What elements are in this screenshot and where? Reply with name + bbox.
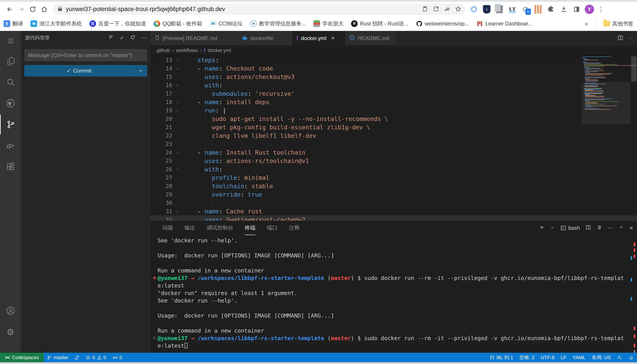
branch-indicator[interactable]: master bbox=[44, 353, 72, 362]
commit-message-input[interactable] bbox=[24, 49, 147, 61]
shell-selector[interactable]: bash bbox=[560, 225, 580, 231]
sync-indicator[interactable] bbox=[72, 353, 83, 362]
reload-button[interactable] bbox=[27, 4, 39, 15]
lock-icon[interactable] bbox=[57, 6, 63, 12]
settings-gear-icon[interactable]: ⚙ bbox=[0, 322, 21, 342]
view-as-list-icon[interactable] bbox=[108, 34, 114, 41]
code-line: 22 clang llvm libelf1 libelf-dev bbox=[151, 131, 637, 140]
close-tab-icon[interactable]: × bbox=[331, 35, 335, 42]
account-icon[interactable] bbox=[0, 301, 21, 321]
tab-preview-readme[interactable]: [Preview] README.md bbox=[151, 31, 238, 45]
address-bar[interactable]: yunwei37-potential-space-trout-rpr5qwj66… bbox=[53, 4, 465, 15]
ports-indicator[interactable]: 0 bbox=[109, 353, 125, 362]
translate-icon: 文 bbox=[4, 20, 10, 27]
breadcrumb-github[interactable]: .github bbox=[155, 48, 170, 53]
commit-dropdown-chevron[interactable] bbox=[133, 65, 147, 76]
browser-menu-icon[interactable]: ⋮ bbox=[598, 5, 604, 13]
extensions-puzzle-icon[interactable] bbox=[546, 5, 555, 14]
docs-extension-icon[interactable] bbox=[495, 5, 504, 14]
code-line: 20 sudo apt-get install -y --no-install-… bbox=[151, 114, 637, 123]
refresh-badge-icon[interactable]: 0 bbox=[521, 5, 530, 14]
tab-output[interactable]: 输出 bbox=[185, 221, 195, 235]
encoding[interactable]: UTF-8 bbox=[538, 353, 557, 362]
terminal-dropdown-chevron[interactable] bbox=[550, 225, 555, 231]
bookmark-star-icon[interactable] bbox=[455, 6, 461, 13]
problems-indicator[interactable]: 0 0 bbox=[83, 353, 109, 362]
search-icon[interactable] bbox=[0, 72, 21, 92]
remote-indicator[interactable]: >< Codespaces bbox=[0, 353, 44, 362]
panel-more-actions-icon[interactable]: ⋯ bbox=[608, 225, 613, 231]
indentation[interactable]: 空格: 2 bbox=[516, 353, 537, 362]
editor-more-actions-icon[interactable]: ⋯ bbox=[629, 36, 633, 40]
kill-terminal-icon[interactable] bbox=[597, 225, 602, 231]
code-line: 26∨ with: bbox=[151, 165, 637, 174]
split-terminal-icon[interactable] bbox=[586, 225, 591, 231]
other-bookmarks[interactable]: 其他书签 bbox=[603, 20, 633, 27]
notifications-bell-icon[interactable] bbox=[625, 353, 637, 362]
keyboard-layout[interactable]: 布局: US bbox=[588, 353, 614, 362]
source-control-icon[interactable] bbox=[0, 114, 21, 134]
maximize-panel-icon[interactable] bbox=[619, 225, 624, 231]
bookmark-qq-mail[interactable]: ✉QQ邮箱 - 收件箱 bbox=[154, 20, 202, 27]
new-terminal-icon[interactable] bbox=[539, 225, 544, 231]
feedback-icon[interactable] bbox=[614, 353, 625, 362]
run-debug-icon[interactable] bbox=[0, 136, 21, 156]
url-text[interactable]: yunwei37-potential-space-trout-rpr5qwj66… bbox=[66, 6, 422, 12]
language-mode[interactable]: YAML bbox=[569, 353, 588, 362]
extensions-icon[interactable] bbox=[0, 157, 21, 177]
languagetool-icon[interactable]: LT bbox=[508, 5, 517, 14]
bookmark-zju-service[interactable]: ✳教学管理信息服务... bbox=[250, 20, 306, 27]
code-editor[interactable]: 13∨ steps:14∨ - name: Checkout code15 us… bbox=[151, 55, 637, 221]
eol-indicator[interactable]: LF bbox=[557, 353, 569, 362]
bookmark-github-interns[interactable]: weloveinterns/op... bbox=[416, 20, 469, 27]
more-actions-icon[interactable]: ⋯ bbox=[141, 35, 147, 41]
cursor-position[interactable]: 行 36, 列 1 bbox=[487, 353, 516, 362]
terminal-decoration bbox=[630, 278, 632, 282]
tab-problems[interactable]: 问题 bbox=[162, 221, 173, 235]
code-line: 24∨ - name: Install Rust toolchain bbox=[151, 148, 637, 156]
close-panel-icon[interactable]: × bbox=[629, 224, 633, 232]
oval-extension-icon[interactable] bbox=[469, 5, 479, 14]
breadcrumb-workflows[interactable]: workflows bbox=[176, 48, 198, 53]
bookmark-xuezai-zheda[interactable]: 学在浙大 bbox=[313, 20, 344, 27]
rust-icon: R bbox=[351, 20, 358, 27]
code-line: 16∨ with: bbox=[151, 81, 637, 89]
breadcrumb-file[interactable]: docker.yml bbox=[208, 48, 231, 53]
tab-readme[interactable]: README.md bbox=[345, 31, 396, 45]
share-icon[interactable] bbox=[444, 6, 450, 13]
forward-button[interactable] bbox=[16, 4, 27, 15]
terminal-line: ○@yunwei37 → /workspaces/libbpf-rs-start… bbox=[158, 335, 628, 342]
tab-terminal[interactable]: 终端 bbox=[245, 221, 255, 235]
bookmark-baidu[interactable]: 百百度一下，你就知道 bbox=[89, 20, 146, 27]
clipboard-icon[interactable] bbox=[422, 6, 428, 13]
bookmark-cc98[interactable]: 98CC98论坛 bbox=[210, 20, 243, 27]
commit-button[interactable]: ✓Commit bbox=[24, 65, 147, 76]
bookmark-rust-jobs[interactable]: RRust 招聘 - Rust语... bbox=[351, 20, 408, 27]
shield-extension-icon[interactable]: › bbox=[482, 5, 491, 14]
menu-hamburger-icon[interactable] bbox=[0, 31, 21, 51]
commit-check-icon[interactable]: ✓ bbox=[120, 35, 124, 41]
home-button[interactable] bbox=[39, 4, 50, 15]
bookmark-learner-dashboard[interactable]: Learner Dashboar... bbox=[477, 20, 532, 27]
tab-debug-console[interactable]: 调试控制台 bbox=[207, 221, 233, 235]
terminal-output[interactable]: See 'docker run --help'.Usage: docker ru… bbox=[158, 237, 628, 353]
split-editor-icon[interactable] bbox=[617, 35, 623, 42]
editor-tabs: [Preview] README.md dockerfile ! docker.… bbox=[151, 31, 637, 45]
open-in-window-icon[interactable] bbox=[433, 6, 439, 13]
bookmark-zju-mail[interactable]: ✉浙江大学邮件系统 bbox=[31, 20, 82, 27]
sidebar-toggle-icon[interactable] bbox=[572, 5, 581, 14]
bookmarks-overflow-chevron[interactable]: » bbox=[584, 20, 588, 27]
bookmark-translate[interactable]: 文翻译 bbox=[4, 20, 23, 27]
back-button[interactable] bbox=[4, 4, 16, 15]
profile-avatar[interactable]: Y bbox=[585, 5, 594, 14]
downloads-icon[interactable] bbox=[559, 5, 568, 14]
tab-comments[interactable]: 注释 bbox=[289, 221, 300, 235]
refresh-icon[interactable] bbox=[130, 34, 135, 41]
tab-docker-yml[interactable]: ! docker.yml × bbox=[292, 31, 345, 45]
github-octocat-icon[interactable] bbox=[0, 93, 21, 113]
explorer-icon[interactable] bbox=[0, 51, 21, 71]
highlighter-extension-icon[interactable] bbox=[533, 5, 543, 14]
tab-ports[interactable]: 端口 bbox=[267, 221, 277, 235]
terminal-line: Usage: docker run [OPTIONS] IMAGE [COMMA… bbox=[158, 312, 628, 320]
tab-dockerfile[interactable]: dockerfile bbox=[238, 31, 292, 45]
